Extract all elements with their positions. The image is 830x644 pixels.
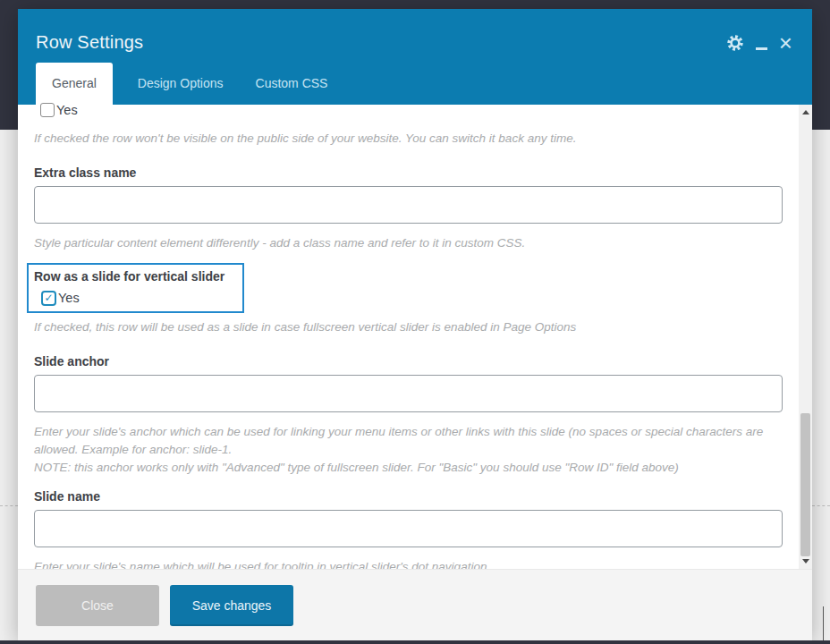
checkmark-icon: ✓ [44,292,53,303]
save-changes-button[interactable]: Save changes [170,585,293,626]
scroll-down-arrow-icon[interactable] [799,555,812,569]
row-as-slide-checkbox-row: ✓ Yes [34,290,233,306]
row-as-slide-label: Row as a slide for vertical slider [34,269,233,284]
modal-body: Yes If checked the row won't be visible … [18,105,812,569]
header-controls: × [726,34,792,52]
tab-custom-css[interactable]: Custom CSS [240,63,344,105]
row-as-slide-checkbox[interactable]: ✓ [41,291,56,306]
slide-anchor-help-text: Enter your slide's anchor which can be u… [34,423,783,459]
highlighted-field-group: Row as a slide for vertical slider ✓ Yes [27,263,244,313]
slide-anchor-input[interactable] [34,375,783,412]
tab-bar: General Design Options Custom CSS [36,63,343,105]
background-dashed-line-left [0,505,18,506]
tab-general[interactable]: General [36,63,113,105]
row-settings-modal: Row Settings × General Design Options Cu… [18,9,812,640]
hide-row-checkbox[interactable] [40,103,55,117]
modal-header: Row Settings × General Design Options Cu… [18,9,812,105]
tab-design-options[interactable]: Design Options [122,63,240,105]
background-column-divider [823,606,824,640]
checkbox-label: Yes [58,291,80,305]
screen: Row Settings × General Design Options Cu… [0,0,830,644]
scroll-up-arrow-icon[interactable] [799,105,812,119]
hide-row-checkbox-row: Yes [34,102,783,118]
settings-gear-icon[interactable] [726,34,744,52]
close-button[interactable]: Close [36,585,159,626]
row-as-slide-help-text: If checked, this row will be used as a s… [34,318,783,336]
slide-anchor-help-note: NOTE: this anchor works only with "Advan… [34,459,783,477]
modal-title: Row Settings [36,32,143,53]
minimize-icon[interactable] [756,37,767,50]
scrollbar-thumb[interactable] [800,413,810,556]
slide-anchor-label: Slide anchor [34,354,783,369]
checkbox-label: Yes [56,103,78,117]
background-dashed-line-right [812,505,830,506]
slide-name-label: Slide name [34,489,783,504]
page-background-bottom-bar [0,640,830,644]
slide-name-input[interactable] [34,510,783,547]
modal-footer: Close Save changes [18,569,812,640]
close-icon[interactable]: × [779,34,792,52]
extra-class-name-help-text: Style particular content element differe… [34,234,783,252]
extra-class-name-label: Extra class name [34,165,783,180]
scrollbar[interactable] [799,105,812,569]
extra-class-name-input[interactable] [34,186,783,224]
minimize-bar [756,47,767,50]
hide-row-help-text: If checked the row won't be visible on t… [34,130,783,148]
